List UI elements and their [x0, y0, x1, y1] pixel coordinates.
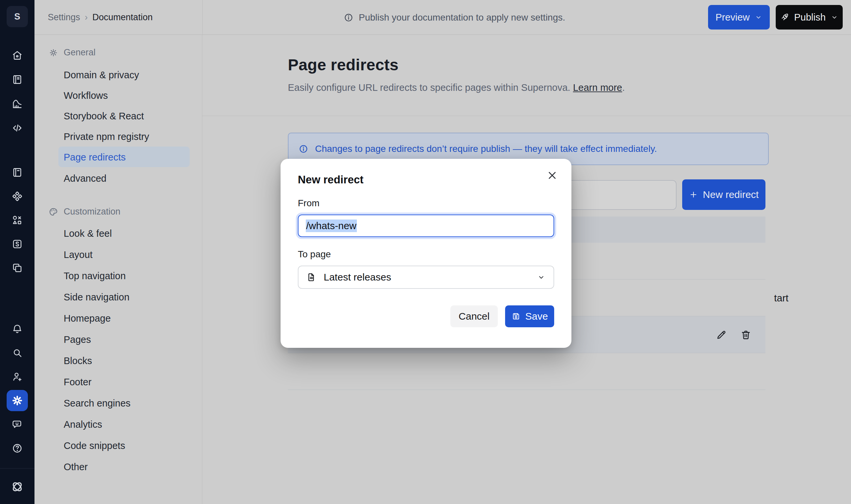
docs-editor-icon[interactable] [12, 167, 23, 178]
home-icon[interactable] [12, 50, 23, 61]
settings-icon-active[interactable] [7, 390, 28, 411]
sidebar-item-workflows[interactable]: Workflows [64, 90, 108, 101]
sidebar-item-other[interactable]: Other [64, 462, 88, 472]
settings-sidebar: General Domain & privacy Workflows Story… [35, 35, 202, 504]
sidebar-item-top-navigation[interactable]: Top navigation [64, 271, 126, 282]
table-cell-fragment: tart [774, 280, 788, 316]
rail-divider [0, 468, 35, 469]
top-bar: Settings › Documentation Publish your do… [35, 0, 851, 35]
gear-icon [49, 48, 58, 58]
breadcrumb-settings[interactable]: Settings [48, 12, 80, 22]
pages-icon[interactable] [12, 262, 23, 273]
save-button-label: Save [525, 311, 548, 322]
workspace-logo-letter: S [14, 12, 20, 22]
breadcrumb-separator: › [85, 12, 88, 22]
table-row [288, 353, 765, 390]
preview-button[interactable]: Preview [708, 5, 770, 30]
info-icon [344, 13, 354, 22]
document-icon [306, 272, 316, 282]
info-banner-text: Changes to page redirects don’t require … [315, 144, 657, 154]
sidebar-item-advanced[interactable]: Advanced [64, 173, 106, 184]
sidebar-item-private-npm[interactable]: Private npm registry [64, 131, 149, 142]
publish-notice: Publish your documentation to apply new … [202, 0, 706, 35]
publish-button-label: Publish [794, 12, 826, 23]
documentation-icon[interactable] [12, 74, 23, 85]
learn-more-suffix: . [622, 82, 625, 93]
section-customization: Customization [49, 206, 121, 217]
delete-icon[interactable] [740, 329, 752, 341]
sidebar-item-analytics[interactable]: Analytics [64, 419, 102, 430]
feedback-icon[interactable] [12, 419, 23, 430]
learn-more-link[interactable]: Learn more [573, 82, 622, 93]
sidebar-item-side-navigation[interactable]: Side navigation [64, 292, 129, 303]
workspace-logo[interactable]: S [7, 6, 28, 27]
sidebar-item-code-snippets[interactable]: Code snippets [64, 440, 125, 451]
publish-notice-text: Publish your documentation to apply new … [359, 12, 565, 23]
header-divider [202, 116, 851, 116]
sidebar-item-page-redirects[interactable]: Page redirects [64, 152, 126, 163]
section-general-label: General [64, 48, 95, 58]
from-input[interactable]: /whats-new [298, 215, 554, 237]
sidebar-item-domain-privacy[interactable]: Domain & privacy [64, 70, 139, 80]
page-description: Easily configure URL redirects to specif… [288, 82, 625, 93]
sidebar-item-homepage[interactable]: Homepage [64, 313, 111, 324]
edit-icon[interactable] [716, 329, 727, 341]
sidebar-item-search-engines[interactable]: Search engines [64, 398, 131, 409]
code-icon[interactable] [12, 122, 23, 133]
to-page-select[interactable]: Latest releases [298, 266, 554, 289]
cancel-button-label: Cancel [459, 311, 489, 322]
notifications-icon[interactable] [12, 323, 23, 335]
chevron-down-icon [830, 13, 838, 21]
to-page-select-value: Latest releases [324, 272, 391, 283]
from-input-value: /whats-new [306, 219, 357, 232]
new-redirect-button-label: New redirect [703, 189, 759, 200]
save-button[interactable]: Save [505, 305, 554, 327]
components-icon[interactable] [12, 215, 23, 226]
sidebar-item-blocks[interactable]: Blocks [64, 356, 92, 366]
search-icon[interactable] [12, 347, 23, 358]
new-redirect-modal: New redirect From /whats-new To page Lat… [280, 159, 572, 348]
analytics-icon[interactable] [12, 98, 23, 109]
plus-icon [689, 190, 698, 199]
section-customization-label: Customization [64, 206, 121, 217]
modal-title: New redirect [298, 174, 363, 186]
sidebar-item-footer[interactable]: Footer [64, 377, 92, 388]
save-icon [511, 312, 521, 321]
page-description-text: Easily configure URL redirects to specif… [288, 82, 571, 93]
close-icon[interactable] [546, 169, 558, 181]
invite-user-icon[interactable] [12, 371, 23, 382]
sidebar-item-look-feel[interactable]: Look & feel [64, 228, 112, 239]
sidebar-item-pages[interactable]: Pages [64, 334, 91, 345]
from-label: From [298, 198, 319, 209]
sidebar-item-layout[interactable]: Layout [64, 249, 92, 260]
icon-rail: S [0, 0, 35, 504]
breadcrumb-current: Documentation [92, 12, 153, 22]
chevron-down-icon [755, 13, 762, 21]
rocket-icon [780, 13, 789, 22]
help-icon[interactable] [12, 443, 23, 454]
tokens-icon[interactable] [12, 191, 23, 202]
sidebar-item-storybook-react[interactable]: Storybook & React [64, 111, 144, 122]
storybook-icon[interactable] [12, 238, 23, 250]
palette-icon [49, 207, 58, 217]
page-title: Page redirects [288, 56, 399, 74]
to-page-label: To page [298, 249, 331, 259]
preview-button-label: Preview [716, 12, 749, 23]
supernova-logo-icon[interactable] [10, 480, 24, 494]
publish-button[interactable]: Publish [776, 5, 843, 30]
new-redirect-button[interactable]: New redirect [682, 179, 765, 210]
info-icon [298, 144, 308, 154]
section-general: General [49, 48, 95, 58]
cancel-button[interactable]: Cancel [450, 305, 498, 327]
breadcrumb: Settings › Documentation [48, 0, 152, 35]
chevron-down-icon [537, 273, 546, 282]
app-window: S [0, 0, 851, 504]
